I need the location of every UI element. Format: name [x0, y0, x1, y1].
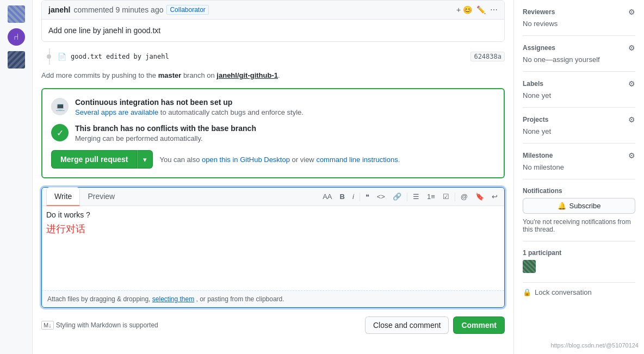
bell-icon: 🔔: [558, 202, 566, 210]
assignees-title: Assignees: [523, 44, 555, 52]
ci-apps-link[interactable]: Several apps are available: [75, 108, 158, 116]
ci-gray-icon: 💻: [51, 98, 69, 115]
editor-toolbar: AA B i ❝ <> 🔗 ☰ 1≡ ☑ @ 🔖 ↩: [320, 188, 500, 206]
editor-tabs: Write Preview AA B i ❝ <> 🔗 ☰ 1≡ ☑ @: [42, 188, 504, 206]
comment-editor: Write Preview AA B i ❝ <> 🔗 ☰ 1≡ ☑ @: [41, 187, 505, 308]
assignees-header: Assignees ⚙: [523, 44, 635, 52]
projects-value: None yet: [523, 127, 635, 135]
lock-conversation-link[interactable]: 🔒 Lock conversation: [523, 288, 635, 296]
labels-value: None yet: [523, 91, 635, 100]
ci-merge-subtitle: Merging can be performed automatically.: [75, 134, 256, 142]
ci-merge-text: This branch has no conflicts with the ba…: [75, 124, 256, 142]
textarea-content: Do it works ? 进行对话: [46, 210, 500, 235]
reviewers-value: No reviews: [523, 20, 635, 28]
ci-green-icon: ✓: [51, 124, 69, 141]
commit-dot: [47, 54, 51, 59]
emoji-icon[interactable]: + 😊: [456, 5, 472, 14]
merge-btn-group: Merge pull request ▾: [51, 150, 153, 169]
tab-preview[interactable]: Preview: [80, 188, 122, 206]
toolbar-heading-btn[interactable]: AA: [320, 191, 334, 202]
labels-section: Labels ⚙ None yet: [523, 72, 635, 108]
comment-button[interactable]: Comment: [453, 316, 505, 334]
lock-section: 🔒 Lock conversation: [523, 283, 635, 302]
milestone-gear-icon[interactable]: ⚙: [628, 151, 635, 160]
reviewers-header: Reviewers ⚙: [523, 8, 635, 16]
ci-subtitle: Several apps are available to automatica…: [75, 108, 304, 116]
toolbar-reference-btn[interactable]: 🔖: [473, 191, 486, 202]
push-notice: Add more commits by pushing to the maste…: [41, 69, 505, 82]
labels-header: Labels ⚙: [523, 79, 635, 88]
participant-avatar: [523, 260, 536, 273]
merge-icon: ⑁: [8, 28, 25, 46]
github-desktop-link[interactable]: open this in GitHub Desktop: [202, 156, 290, 164]
toolbar-divider-2: [407, 192, 407, 201]
toolbar-quote-btn[interactable]: ❝: [363, 191, 371, 202]
projects-gear-icon[interactable]: ⚙: [628, 115, 635, 124]
toolbar-italic-btn[interactable]: i: [350, 191, 356, 202]
toolbar-link-btn[interactable]: 🔗: [391, 191, 404, 202]
reviewers-section: Reviewers ⚙ No reviews: [523, 0, 635, 36]
milestone-header: Milestone ⚙: [523, 151, 635, 160]
merge-also-text: You can also open this in GitHub Desktop…: [159, 156, 400, 164]
subscribe-label: Subscribe: [569, 202, 601, 210]
comment-block: janehl commented 9 minutes ago Collabora…: [41, 0, 505, 42]
toolbar-ordered-list-btn[interactable]: 1≡: [425, 191, 437, 202]
cli-link[interactable]: command line instructions: [316, 156, 398, 164]
lock-text: Lock conversation: [535, 288, 592, 296]
ci-merge-row: ✓ This branch has no conflicts with the …: [51, 124, 495, 142]
reviewers-gear-icon[interactable]: ⚙: [628, 8, 635, 16]
repo-link[interactable]: janehl/git-github-1: [216, 71, 278, 79]
close-and-comment-button[interactable]: Close and comment: [365, 316, 449, 334]
milestone-value: No milestone: [523, 163, 635, 171]
comment-time: commented 9 minutes ago: [73, 5, 163, 14]
comment-text: Add one line by janehl in good.txt: [48, 26, 160, 35]
participants-title: 1 participant: [523, 249, 561, 257]
toolbar-mention-btn[interactable]: @: [459, 191, 470, 202]
assignees-gear-icon[interactable]: ⚙: [628, 44, 635, 52]
action-bar: M↓ Styling with Markdown is supported Cl…: [41, 312, 505, 338]
reviewers-title: Reviewers: [523, 8, 555, 16]
lock-icon: 🔒: [523, 288, 531, 296]
toolbar-task-list-btn[interactable]: ☑: [441, 191, 451, 202]
ci-merge-title: This branch has no conflicts with the ba…: [75, 124, 256, 133]
projects-section: Projects ⚙ None yet: [523, 108, 635, 144]
edit-icon[interactable]: ✏️: [476, 5, 486, 14]
projects-title: Projects: [523, 116, 548, 123]
editor-footer: Attach files by dragging & dropping, sel…: [42, 290, 504, 307]
toolbar-bold-btn[interactable]: B: [338, 191, 347, 202]
toolbar-list-btn[interactable]: ☰: [411, 191, 422, 202]
participants-header: 1 participant: [523, 249, 635, 257]
markdown-icon: M↓: [41, 321, 54, 330]
chinese-overlay-text: 进行对话: [46, 222, 500, 235]
notifications-section: Notifications 🔔 Subscribe You're not rec…: [523, 179, 635, 241]
avatar-bottom: [8, 51, 25, 69]
ci-box: 💻 Continuous integration has not been se…: [41, 88, 505, 178]
toolbar-code-btn[interactable]: <>: [375, 191, 387, 202]
subscribe-button[interactable]: 🔔 Subscribe: [523, 198, 635, 214]
toolbar-reply-btn[interactable]: ↩: [490, 191, 500, 202]
tab-write[interactable]: Write: [46, 187, 80, 206]
notification-text: You're not receiving notifications from …: [523, 218, 635, 233]
collaborator-badge: Collaborator: [166, 5, 208, 15]
labels-title: Labels: [523, 80, 543, 88]
file-icon: 📄: [58, 53, 66, 61]
comment-header: janehl commented 9 minutes ago Collabora…: [42, 1, 504, 20]
commenter-name: janehl: [48, 5, 70, 14]
more-icon[interactable]: ⋯: [490, 5, 498, 14]
comment-body: Add one line by janehl in good.txt: [42, 20, 504, 41]
main-content: janehl commented 9 minutes ago Collabora…: [33, 0, 513, 354]
markdown-label: Styling with Markdown is supported: [56, 321, 158, 329]
milestone-section: Milestone ⚙ No milestone: [523, 144, 635, 179]
toolbar-divider-1: [360, 192, 360, 201]
markdown-note: M↓ Styling with Markdown is supported: [41, 321, 158, 330]
commit-hash: 624838a: [470, 52, 505, 61]
participants-section: 1 participant: [523, 241, 635, 283]
labels-gear-icon[interactable]: ⚙: [628, 79, 635, 88]
commit-line: 📄 good.txt edited by janehl 624838a: [49, 48, 505, 65]
assignees-value: No one—assign yourself: [523, 55, 635, 64]
select-files-link[interactable]: selecting them: [152, 295, 194, 303]
merge-pull-request-button[interactable]: Merge pull request: [51, 150, 137, 169]
left-sidebar: ⑁: [0, 0, 33, 354]
merge-dropdown-button[interactable]: ▾: [137, 150, 153, 169]
commit-file: good.txt edited by janehl: [71, 53, 169, 60]
